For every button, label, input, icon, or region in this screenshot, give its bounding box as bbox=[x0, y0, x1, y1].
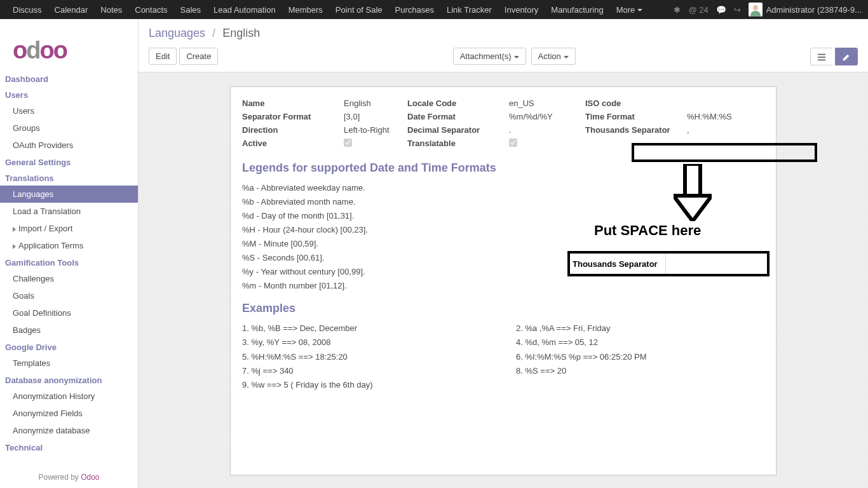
legend-item: %y - Year without century [00,99]. bbox=[242, 265, 764, 279]
legend-item: %H - Hour (24-hour clock) [00,23]. bbox=[242, 223, 764, 237]
sidebar-dashboard[interactable]: Dashboard bbox=[0, 71, 138, 86]
fields-grid: Name English Locale Code en_US ISO code … bbox=[242, 98, 764, 149]
sidebar-gdrive-section[interactable]: Google Drive bbox=[0, 339, 138, 355]
example-item: 1. %b, %B ==> Dec, December bbox=[242, 322, 491, 336]
topnav-link-tracker[interactable]: Link Tracker bbox=[440, 1, 498, 19]
sidebar-general-settings[interactable]: General Settings bbox=[0, 154, 138, 170]
sidebar-item-import-export[interactable]: Import / Export bbox=[0, 220, 138, 237]
breadcrumb-root[interactable]: Languages bbox=[149, 27, 205, 39]
topnav-lead-automation[interactable]: Lead Automation bbox=[207, 1, 282, 19]
value-time-format: %H:%M:%S bbox=[687, 112, 763, 121]
user-menu[interactable]: Administrator (238749-9... bbox=[749, 3, 862, 17]
topnav-manufacturing[interactable]: Manufacturing bbox=[545, 1, 609, 19]
sidebar-item-groups[interactable]: Groups bbox=[0, 119, 138, 137]
sidebar-item-goals[interactable]: Goals bbox=[0, 287, 138, 304]
topnav-more[interactable]: More bbox=[610, 1, 649, 19]
label-thousands-sep: Thousands Separator bbox=[585, 125, 687, 135]
value-iso bbox=[687, 98, 763, 108]
sidebar-users-section[interactable]: Users bbox=[0, 86, 138, 102]
label-separator-format: Separator Format bbox=[242, 112, 344, 121]
topnav-left: Discuss Calendar Notes Contacts Sales Le… bbox=[6, 1, 674, 19]
legend-item: %b - Abbreviated month name. bbox=[242, 195, 764, 209]
value-direction: Left-to-Right bbox=[344, 125, 407, 135]
value-separator-format: [3,0] bbox=[344, 112, 407, 121]
example-item: 9. %w ==> 5 ( Friday is the 6th day) bbox=[242, 378, 491, 392]
top-navbar: Discuss Calendar Notes Contacts Sales Le… bbox=[0, 0, 868, 19]
label-decimal-sep: Decimal Separator bbox=[407, 125, 509, 135]
topnav-inventory[interactable]: Inventory bbox=[498, 1, 545, 19]
topnav-discuss[interactable]: Discuss bbox=[6, 1, 48, 19]
attachments-button[interactable]: Attachment(s) bbox=[453, 48, 526, 65]
sidebar-item-oauth[interactable]: OAuth Providers bbox=[0, 137, 138, 154]
legend-item: %d - Day of the month [01,31]. bbox=[242, 209, 764, 223]
list-view-button[interactable] bbox=[810, 48, 832, 65]
topnav-calendar[interactable]: Calendar bbox=[48, 1, 95, 19]
create-button[interactable]: Create bbox=[179, 48, 218, 65]
sidebar-technical-section[interactable]: Technical bbox=[0, 439, 138, 455]
content-scroll[interactable]: Name English Locale Code en_US ISO code … bbox=[139, 72, 868, 488]
breadcrumb-sep: / bbox=[212, 27, 215, 39]
label-active: Active bbox=[242, 139, 344, 149]
examples-heading: Examples bbox=[242, 302, 764, 315]
topnav-point-of-sale[interactable]: Point of Sale bbox=[329, 1, 389, 19]
logo[interactable]: odoo bbox=[0, 19, 138, 71]
label-time-format: Time Format bbox=[585, 112, 687, 121]
view-header: Languages / English Edit Create Attachme… bbox=[139, 19, 868, 72]
odoo-link[interactable]: Odoo bbox=[81, 473, 99, 482]
sidebar-translations-section[interactable]: Translations bbox=[0, 170, 138, 186]
sidebar-item-languages[interactable]: Languages bbox=[0, 186, 138, 203]
examples-left: 1. %b, %B ==> Dec, December 3. %y, %Y ==… bbox=[242, 322, 491, 391]
sidebar-gamification-section[interactable]: Gamification Tools bbox=[0, 254, 138, 270]
sidebar-item-anon-db[interactable]: Anonymize database bbox=[0, 422, 138, 439]
example-item: 8. %S ==> 20 bbox=[516, 364, 764, 378]
chevron-down-icon bbox=[514, 56, 519, 58]
sidebar: odoo Dashboard Users Users Groups OAuth … bbox=[0, 19, 139, 488]
topnav-purchases[interactable]: Purchases bbox=[389, 1, 440, 19]
sidebar-item-goal-definitions[interactable]: Goal Definitions bbox=[0, 304, 138, 322]
legends-heading: Legends for supported Date and Time Form… bbox=[242, 161, 764, 175]
sidebar-item-application-terms[interactable]: Application Terms bbox=[0, 237, 138, 254]
sidebar-item-users[interactable]: Users bbox=[0, 102, 138, 119]
topnav-members[interactable]: Members bbox=[282, 1, 329, 19]
example-item: 4. %d, %m ==> 05, 12 bbox=[516, 336, 764, 349]
value-name: English bbox=[344, 98, 407, 108]
label-direction: Direction bbox=[242, 125, 344, 135]
topnav-contacts[interactable]: Contacts bbox=[128, 1, 173, 19]
mail-count[interactable]: @ 24 bbox=[688, 5, 708, 15]
sidebar-item-challenges[interactable]: Challenges bbox=[0, 270, 138, 287]
examples-grid: 1. %b, %B ==> Dec, December 3. %y, %Y ==… bbox=[242, 322, 764, 391]
chevron-right-icon bbox=[13, 244, 16, 249]
chevron-right-icon bbox=[13, 227, 16, 232]
sidebar-item-load-translation[interactable]: Load a Translation bbox=[0, 203, 138, 220]
edit-button[interactable]: Edit bbox=[149, 48, 177, 65]
topnav-notes[interactable]: Notes bbox=[94, 1, 128, 19]
chat-icon[interactable]: 💬 bbox=[716, 5, 726, 15]
checkbox-translatable bbox=[509, 139, 517, 147]
sidebar-item-badges[interactable]: Badges bbox=[0, 322, 138, 339]
sidebar-item-templates[interactable]: Templates bbox=[0, 355, 138, 372]
checkbox-active bbox=[344, 139, 352, 147]
sidebar-item-anon-fields[interactable]: Anonymized Fields bbox=[0, 405, 138, 422]
value-locale: en_US bbox=[509, 98, 585, 108]
bug-icon[interactable]: ✱ bbox=[674, 5, 681, 15]
powered-by: Powered by Odoo bbox=[0, 469, 138, 485]
label-date-format: Date Format bbox=[407, 112, 509, 121]
breadcrumb: Languages / English bbox=[149, 27, 858, 40]
svg-rect-1 bbox=[818, 57, 825, 58]
form-view-button[interactable] bbox=[835, 48, 858, 65]
action-button[interactable]: Action bbox=[531, 48, 576, 65]
value-decimal-sep: . bbox=[509, 125, 585, 135]
sidebar-anon-section[interactable]: Database anonymization bbox=[0, 372, 138, 388]
main-area: Languages / English Edit Create Attachme… bbox=[139, 19, 868, 488]
svg-rect-2 bbox=[818, 59, 825, 60]
value-active bbox=[344, 139, 407, 149]
value-thousands-sep: , bbox=[687, 125, 763, 135]
logout-icon[interactable]: ↪ bbox=[734, 5, 741, 15]
legend-item: %a - Abbreviated weekday name. bbox=[242, 181, 764, 195]
chevron-down-icon bbox=[637, 9, 642, 11]
legend-item: %M - Minute [00,59]. bbox=[242, 237, 764, 251]
topnav-sales[interactable]: Sales bbox=[174, 1, 208, 19]
form-icon bbox=[842, 53, 851, 62]
sidebar-item-anon-history[interactable]: Anonymization History bbox=[0, 388, 138, 405]
chevron-down-icon bbox=[564, 56, 569, 58]
